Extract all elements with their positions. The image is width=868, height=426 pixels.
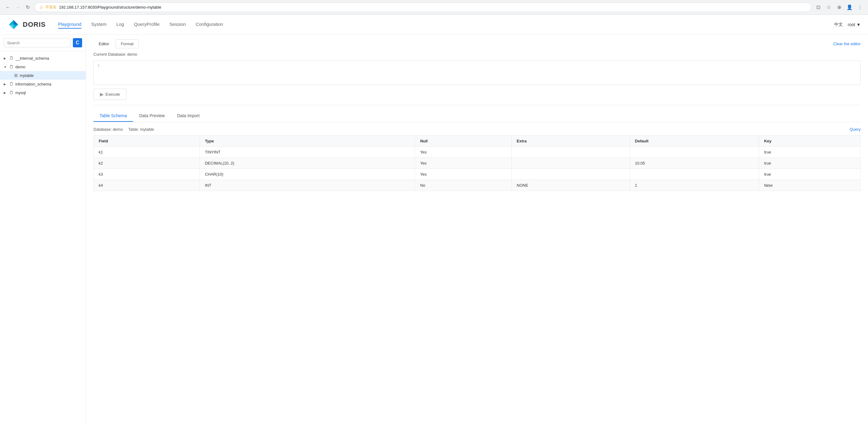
clear-editor-button[interactable]: Clear the editor — [833, 41, 861, 46]
col-header-extra: Extra — [512, 135, 630, 147]
cell-row2-col1: CHAR(10) — [200, 169, 415, 180]
nav-link-system[interactable]: System — [91, 20, 107, 29]
search-clear-button[interactable]: C — [73, 38, 82, 48]
tab-data-import[interactable]: Data Import — [171, 110, 206, 122]
section-tabs: Table Schema Data Preview Data Import — [93, 110, 861, 122]
tree-item-mytable[interactable]: ⊞ mytable — [0, 71, 86, 80]
cell-row1-col4: 10.05 — [630, 158, 759, 169]
current-database-label: Current Database: demo — [93, 51, 861, 58]
tab-data-preview[interactable]: Data Preview — [133, 110, 171, 122]
reload-button[interactable]: ↻ — [23, 3, 32, 12]
doris-logo-icon — [7, 19, 20, 31]
security-warning-text: 不安全 — [45, 5, 57, 10]
nav-link-configuration[interactable]: Configuration — [195, 20, 223, 29]
cell-row3-col3: NONE — [512, 180, 630, 191]
menu-button[interactable]: ⋮ — [856, 3, 864, 12]
nav-link-playground[interactable]: Playground — [58, 20, 82, 29]
cell-row0-col0: k1 — [94, 147, 200, 158]
cell-row2-col0: k3 — [94, 169, 200, 180]
cell-row3-col2: No — [415, 180, 512, 191]
tree-label-information: information_schema — [16, 82, 82, 86]
user-dropdown-icon: ▼ — [856, 22, 861, 27]
cell-row2-col2: Yes — [415, 169, 512, 180]
nav-links: Playground System Log QueryProfile Sessi… — [58, 20, 834, 29]
editor-header: Editor Format Clear the editor — [93, 39, 861, 48]
tree-label-internal: __internal_schema — [16, 56, 82, 61]
browser-actions: ⊡ ☆ ⊕ 👤 ⋮ — [814, 3, 864, 12]
nav-link-log[interactable]: Log — [117, 20, 124, 29]
cell-row3-col4: 1 — [630, 180, 759, 191]
back-button[interactable]: ← — [4, 3, 12, 12]
cell-row2-col5: true — [759, 169, 861, 180]
execute-label: Execute — [105, 92, 120, 97]
user-menu-button[interactable]: root ▼ — [848, 22, 861, 27]
tree-toggle-mysql: ▶ — [4, 91, 7, 94]
table-icon-mytable: ⊞ — [14, 73, 18, 78]
line-number-1: 1 — [97, 63, 100, 68]
cell-row3-col1: INT — [200, 180, 415, 191]
schema-table-body: k1TINYINTYestruek2DECIMAL(10, 2)Yes10.05… — [94, 147, 861, 191]
nav-buttons: ← → ↻ — [4, 3, 32, 12]
profile-button[interactable]: 👤 — [845, 3, 854, 12]
address-bar[interactable]: ⚠ 不安全 192.168.17.157:8030/Playground/str… — [34, 2, 811, 12]
cell-row1-col0: k2 — [94, 158, 200, 169]
table-info-label: Table: mytable — [128, 127, 154, 132]
cell-row1-col1: DECIMAL(10, 2) — [200, 158, 415, 169]
tree-label-mysql: mysql — [16, 90, 82, 95]
col-header-default: Default — [630, 135, 759, 147]
table-row: k1TINYINTYestrue — [94, 147, 861, 158]
security-warning-icon: ⚠ — [40, 5, 43, 9]
svg-marker-1 — [13, 20, 18, 25]
database-icon-information: 🗒 — [9, 82, 13, 86]
tree-label-mytable: mytable — [20, 73, 82, 78]
content-area: Editor Format Clear the editor Current D… — [86, 34, 868, 426]
table-info: Database: demo Table: mytable Query — [93, 127, 861, 132]
schema-header-row: Field Type Null Extra Default Key — [94, 135, 861, 147]
forward-button[interactable]: → — [13, 3, 22, 12]
tree-toggle-demo: ▼ — [4, 65, 7, 69]
table-row: k4INTNoNONE1false — [94, 180, 861, 191]
cell-row0-col1: TINYINT — [200, 147, 415, 158]
database-info-label: Database: demo — [93, 127, 123, 132]
nav-right: 中文 root ▼ — [834, 22, 861, 27]
language-button[interactable]: 中文 — [834, 22, 843, 27]
database-icon-mysql: 🗒 — [9, 90, 13, 95]
editor-tabs: Editor Format — [93, 39, 139, 48]
username-text: root — [848, 22, 855, 27]
cell-row2-col4 — [630, 169, 759, 180]
nav-link-session[interactable]: Session — [169, 20, 186, 29]
tree-item-mysql[interactable]: ▶ 🗒 mysql — [0, 88, 86, 97]
cell-row3-col5: false — [759, 180, 861, 191]
main-layout: C ▶ 🗒 __internal_schema ▼ 🗒 demo — [0, 34, 868, 426]
query-link[interactable]: Query — [850, 127, 861, 132]
execute-button[interactable]: ▶ Execute — [93, 89, 126, 100]
tab-format[interactable]: Format — [116, 39, 139, 48]
nav-link-queryprofile[interactable]: QueryProfile — [134, 20, 160, 29]
download-button[interactable]: ⊕ — [835, 3, 843, 12]
col-header-key: Key — [759, 135, 861, 147]
search-area: C — [0, 34, 86, 51]
execute-play-icon: ▶ — [100, 91, 104, 97]
svg-marker-3 — [13, 25, 18, 29]
code-editor[interactable]: 1 — [93, 60, 861, 85]
tab-editor[interactable]: Editor — [93, 39, 114, 48]
col-header-null: Null — [415, 135, 512, 147]
col-header-type: Type — [200, 135, 415, 147]
app-container: DORIS Playground System Log QueryProfile… — [0, 15, 868, 426]
table-info-text: Database: demo Table: mytable — [93, 127, 154, 132]
cell-row0-col5: true — [759, 147, 861, 158]
col-header-field: Field — [94, 135, 200, 147]
sidebar: C ▶ 🗒 __internal_schema ▼ 🗒 demo — [0, 34, 86, 426]
bookmark-button[interactable]: ☆ — [824, 3, 833, 12]
logo-area: DORIS — [7, 19, 46, 31]
svg-marker-2 — [9, 25, 13, 29]
tab-table-schema[interactable]: Table Schema — [93, 110, 133, 122]
tree-item-demo[interactable]: ▼ 🗒 demo — [0, 62, 86, 71]
search-input[interactable] — [4, 38, 70, 48]
cell-row1-col5: true — [759, 158, 861, 169]
tree-item-internal-schema[interactable]: ▶ 🗒 __internal_schema — [0, 54, 86, 62]
tree-label-demo: demo — [16, 65, 82, 69]
tree-item-information-schema[interactable]: ▶ 🗒 information_schema — [0, 80, 86, 88]
translate-button[interactable]: ⊡ — [814, 3, 823, 12]
database-icon-internal: 🗒 — [9, 56, 13, 61]
